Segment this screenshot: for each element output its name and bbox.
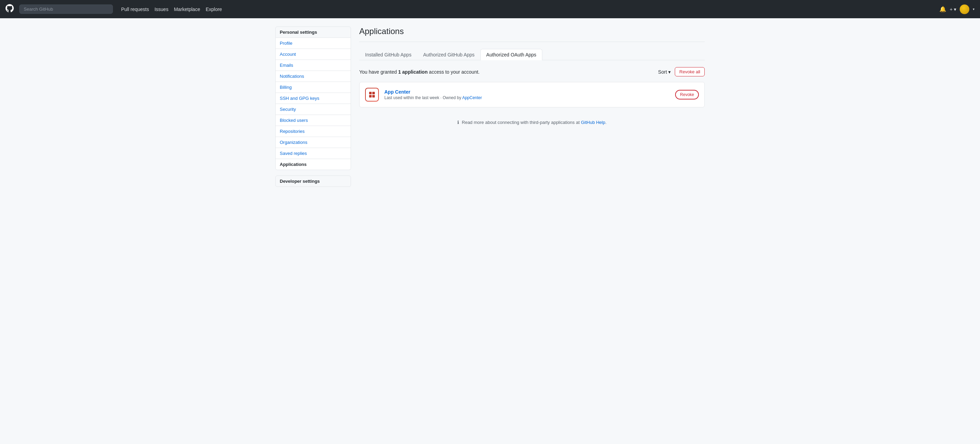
page-layout: Personal settings Profile Account Emails… [270, 18, 710, 195]
sidebar-section2-title: Developer settings [275, 175, 351, 187]
github-logo[interactable] [5, 4, 14, 14]
navbar-links: Pull requests Issues Marketplace Explore [121, 6, 222, 12]
app-info: App Center Last used within the last wee… [384, 89, 670, 100]
revoke-all-button[interactable]: Revoke all [675, 67, 705, 76]
navbar: Pull requests Issues Marketplace Explore… [0, 0, 980, 18]
sidebar-item-emails[interactable]: Emails [275, 60, 351, 71]
app-item: App Center Last used within the last wee… [360, 82, 705, 107]
sort-chevron-icon: ▾ [668, 69, 671, 75]
explore-link[interactable]: Explore [206, 6, 222, 12]
access-text-middle: application [401, 69, 428, 75]
app-owner-link[interactable]: AppCenter [462, 95, 482, 100]
sidebar-item-applications[interactable]: Applications [275, 159, 351, 170]
sidebar-item-orgs[interactable]: Organizations [275, 137, 351, 148]
sidebar-item-security[interactable]: Security [275, 104, 351, 115]
svg-rect-0 [369, 92, 372, 94]
access-count: 1 [398, 69, 401, 75]
sidebar-item-ssh[interactable]: SSH and GPG keys [275, 93, 351, 104]
tab-authorized-oauth[interactable]: Authorized OAuth Apps [480, 49, 542, 60]
app-center-icon [368, 91, 376, 99]
issues-link[interactable]: Issues [154, 6, 168, 12]
new-menu-button[interactable]: + ▾ [950, 6, 956, 12]
sidebar-section-2: Developer settings [275, 175, 351, 187]
sidebar-item-billing[interactable]: Billing [275, 82, 351, 93]
sidebar-item-account[interactable]: Account [275, 49, 351, 60]
app-list: App Center Last used within the last wee… [359, 82, 705, 107]
app-meta-text: Last used within the last week · Owned b… [384, 95, 462, 100]
pull-requests-link[interactable]: Pull requests [121, 6, 149, 12]
svg-rect-3 [372, 95, 375, 97]
footer-prefix: Read more about connecting with third-pa… [462, 120, 581, 125]
avatar-dropdown-icon[interactable]: ▾ [973, 7, 975, 11]
marketplace-link[interactable]: Marketplace [174, 6, 200, 12]
access-text-suffix: access to your account. [428, 69, 480, 75]
app-icon-inner [366, 88, 378, 101]
main-content: Applications Installed GitHub Apps Autho… [359, 27, 705, 187]
access-bar: You have granted 1 application access to… [359, 67, 705, 76]
navbar-right: 🔔 + ▾ ▾ [939, 5, 975, 14]
sidebar-item-saved[interactable]: Saved replies [275, 148, 351, 159]
tabs: Installed GitHub Apps Authorized GitHub … [359, 49, 705, 60]
app-icon [365, 88, 379, 102]
github-help-link[interactable]: GitHub Help [581, 120, 605, 125]
page-title: Applications [359, 27, 705, 42]
notification-bell-icon[interactable]: 🔔 [939, 6, 946, 13]
sidebar-item-notifications[interactable]: Notifications [275, 71, 351, 82]
sidebar-item-repos[interactable]: Repositories [275, 126, 351, 137]
avatar[interactable] [960, 5, 969, 14]
svg-rect-2 [369, 95, 372, 97]
tab-installed[interactable]: Installed GitHub Apps [359, 49, 417, 60]
sidebar-section-title: Personal settings [275, 27, 351, 38]
search-input[interactable] [19, 5, 113, 14]
sidebar-item-profile[interactable]: Profile [275, 38, 351, 49]
footer-note: ℹ Read more about connecting with third-… [359, 114, 705, 130]
app-meta: Last used within the last week · Owned b… [384, 95, 670, 100]
tab-authorized-github[interactable]: Authorized GitHub Apps [417, 49, 480, 60]
svg-rect-1 [372, 92, 375, 94]
sidebar-nav: Profile Account Emails Notifications Bil… [275, 38, 351, 170]
revoke-button[interactable]: Revoke [675, 90, 699, 99]
sidebar-item-blocked[interactable]: Blocked users [275, 115, 351, 126]
access-actions: Sort ▾ Revoke all [658, 67, 705, 76]
access-text-prefix: You have granted [359, 69, 398, 75]
app-name[interactable]: App Center [384, 89, 410, 95]
access-description: You have granted 1 application access to… [359, 69, 480, 75]
sort-button[interactable]: Sort ▾ [658, 69, 671, 75]
footer-suffix: . [605, 120, 607, 125]
info-icon: ℹ [457, 120, 459, 125]
sidebar: Personal settings Profile Account Emails… [275, 27, 351, 187]
